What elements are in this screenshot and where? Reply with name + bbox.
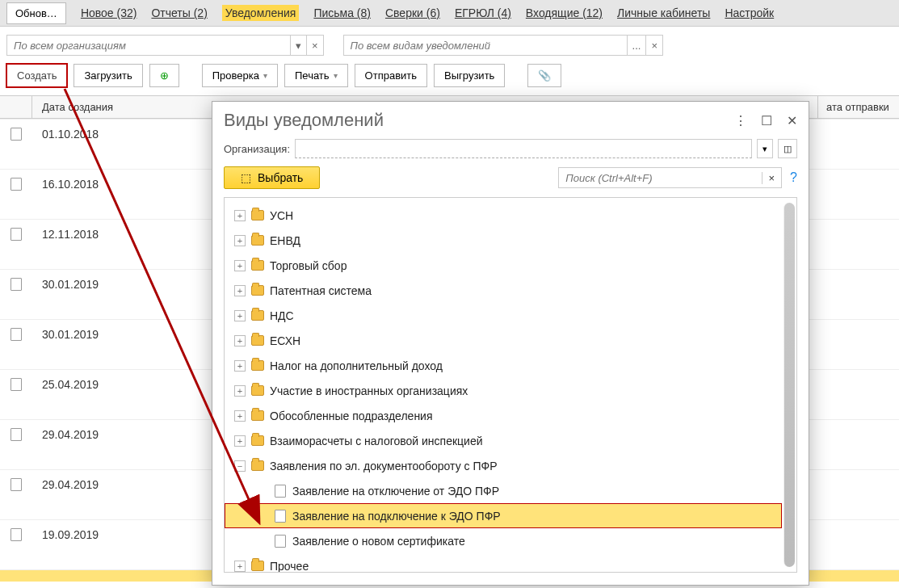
maximize-icon[interactable]: ☐ (761, 114, 772, 128)
tree-folder[interactable]: +ЕСХН (225, 328, 782, 353)
folder-icon (251, 360, 264, 371)
search-input[interactable] (559, 172, 761, 184)
tree-label: Прочее (270, 560, 309, 573)
tree-label: Заявление на отключение от ЭДО ПФР (292, 485, 499, 498)
folder-icon (251, 460, 264, 471)
folder-icon (251, 235, 264, 246)
tree-folder[interactable]: +Участие в иностранных организациях (225, 378, 782, 403)
scrollbar[interactable] (783, 203, 795, 567)
tree-folder[interactable]: −Заявления по эл. документообороту с ПФР (225, 453, 782, 478)
tree-label: Заявление на подключение к ЭДО ПФР (292, 510, 501, 523)
expand-icon[interactable]: + (234, 435, 246, 447)
refresh-button[interactable]: Обнов… (6, 2, 66, 24)
tree-folder[interactable]: +НДС (225, 303, 782, 328)
ellipsis-icon[interactable]: ... (627, 36, 646, 55)
expand-icon[interactable]: + (234, 335, 246, 346)
expand-icon[interactable]: + (234, 360, 246, 372)
open-button[interactable]: ◫ (778, 139, 797, 158)
org-field[interactable] (295, 139, 752, 158)
send-button[interactable]: Отправить (355, 64, 427, 87)
expand-icon[interactable]: + (234, 210, 246, 221)
help-icon[interactable]: ? (790, 170, 797, 185)
folder-icon (251, 310, 264, 321)
tree-folder[interactable]: +УСН (225, 203, 782, 228)
paperclip-icon: 📎 (538, 69, 551, 82)
tree-folder[interactable]: +Взаиморасчеты с налоговой инспекцией (225, 428, 782, 453)
tree-leaf[interactable]: Заявление на отключение от ЭДО ПФР (225, 478, 782, 503)
org-filter-input[interactable] (7, 36, 290, 55)
search-box[interactable]: × (558, 167, 782, 188)
expand-icon[interactable]: + (234, 310, 246, 321)
nav-link-egrul[interactable]: ЕГРЮЛ (4) (455, 6, 511, 19)
nav-link-settings[interactable]: Настройк (725, 6, 774, 19)
tree-label: Взаиморасчеты с налоговой инспекцией (270, 435, 483, 447)
expand-icon[interactable]: + (234, 385, 246, 397)
kind-filter-input[interactable] (344, 36, 627, 55)
chevron-down-icon[interactable]: ▾ (290, 36, 306, 55)
tree-leaf[interactable]: Заявление о новом сертификате (225, 528, 782, 553)
date-cell: 19.09.2019 (32, 528, 194, 541)
document-icon (11, 128, 22, 141)
kind-filter[interactable]: ... × (343, 35, 663, 56)
export-button[interactable]: Выгрузить (434, 64, 505, 87)
tree-folder[interactable]: +Патентная система (225, 278, 782, 303)
load-button[interactable]: Загрузить (74, 64, 142, 87)
nav-link-notifications[interactable]: Уведомления (222, 5, 300, 21)
tree-label: Патентная система (270, 284, 372, 297)
clear-icon[interactable]: × (762, 172, 782, 184)
date-cell: 16.10.2018 (32, 178, 194, 191)
expand-icon[interactable]: + (234, 410, 246, 422)
tree-folder[interactable]: +Торговый сбор (225, 253, 782, 278)
tree-folder[interactable]: +Прочее (225, 553, 782, 572)
org-label: Организация: (224, 143, 290, 155)
add-file-button[interactable]: ⊕ (149, 64, 179, 87)
tree-folder[interactable]: +ЕНВД (225, 228, 782, 253)
org-filter[interactable]: ▾ × (6, 35, 324, 56)
date-cell: 12.11.2018 (32, 228, 194, 241)
folder-icon (251, 260, 264, 271)
tree-folder[interactable]: +Налог на дополнительный доход (225, 353, 782, 378)
close-icon[interactable]: ✕ (787, 114, 797, 128)
folder-icon (251, 335, 264, 346)
attach-button[interactable]: 📎 (527, 64, 561, 87)
chevron-down-icon: ▾ (263, 71, 267, 80)
expand-icon[interactable]: + (234, 235, 246, 246)
date-cell: 01.10.2018 (32, 128, 194, 141)
chevron-down-icon: ▾ (334, 71, 338, 80)
tree-label: Участие в иностранных организациях (270, 384, 468, 397)
dropdown-button[interactable]: ▾ (757, 139, 773, 158)
filters-bar: ▾ × ... × (0, 27, 899, 59)
select-button[interactable]: ⬚ Выбрать (224, 166, 320, 189)
expand-icon[interactable]: + (234, 260, 246, 271)
pointer-icon: ⬚ (241, 171, 251, 184)
document-icon (11, 178, 22, 191)
nav-link-letters[interactable]: Письма (8) (313, 6, 371, 19)
clear-icon[interactable]: × (645, 36, 662, 55)
menu-icon[interactable]: ⋮ (734, 114, 747, 128)
column-header-send-date[interactable]: ата отправки (818, 96, 899, 118)
tree-leaf[interactable]: Заявление на подключение к ЭДО ПФР (225, 503, 782, 528)
create-button[interactable]: Создать (6, 64, 67, 87)
nav-link-cabinets[interactable]: Личные кабинеты (617, 6, 710, 19)
nav-link-new[interactable]: Новое (32) (81, 6, 137, 19)
nav-link-reconciliations[interactable]: Сверки (6) (385, 6, 440, 19)
nav-link-inbox[interactable]: Входящие (12) (526, 6, 603, 19)
date-cell: 29.04.2019 (32, 478, 194, 491)
document-icon (11, 428, 22, 441)
clear-icon[interactable]: × (306, 36, 323, 55)
document-icon (11, 228, 22, 241)
expand-icon[interactable]: + (234, 285, 246, 296)
print-button[interactable]: Печать▾ (284, 64, 348, 87)
check-button[interactable]: Проверка▾ (202, 64, 278, 87)
tree[interactable]: +УСН+ЕНВД+Торговый сбор+Патентная систем… (225, 198, 782, 572)
tree-label: Торговый сбор (270, 259, 347, 272)
tree-folder[interactable]: +Обособленные подразделения (225, 403, 782, 428)
folder-icon (251, 435, 264, 446)
nav-link-reports[interactable]: Отчеты (2) (151, 6, 207, 19)
expand-icon[interactable]: + (234, 561, 246, 572)
date-cell: 29.04.2019 (32, 428, 194, 441)
expand-icon[interactable]: − (234, 460, 246, 472)
folder-icon (251, 385, 264, 396)
notification-types-dialog: Виды уведомлений ⋮ ☐ ✕ Организация: ▾ ◫ … (212, 101, 809, 582)
document-icon (11, 328, 22, 341)
